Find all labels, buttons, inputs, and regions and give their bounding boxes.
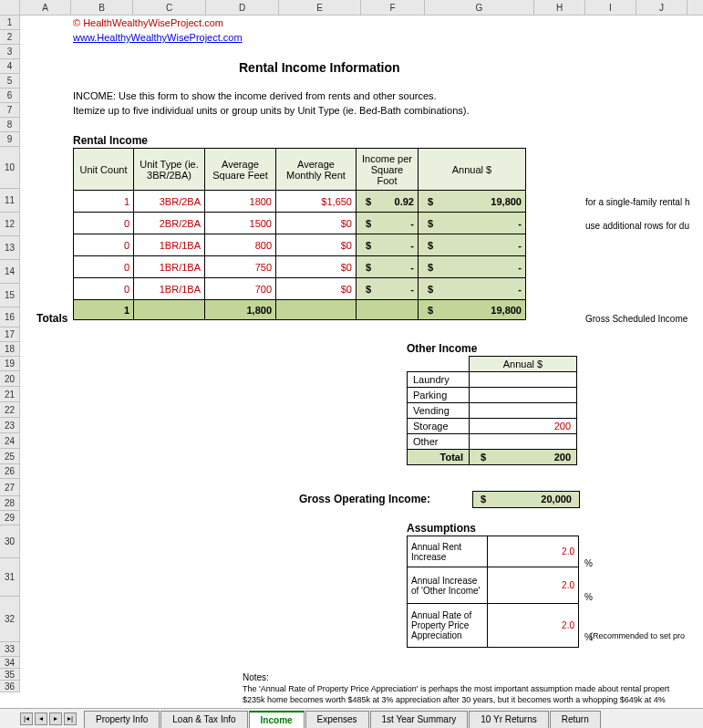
sqft-cell[interactable]: 1500 xyxy=(205,213,276,234)
row-header-11[interactable]: 11 xyxy=(0,189,20,213)
other-label: Parking xyxy=(408,388,470,403)
column-header-A[interactable]: A xyxy=(20,0,71,15)
row-header-21[interactable]: 21 xyxy=(0,387,20,402)
row-header-7[interactable]: 7 xyxy=(0,103,20,118)
column-header-J[interactable]: J xyxy=(636,0,687,15)
other-val-cell[interactable] xyxy=(470,388,577,403)
row-header-23[interactable]: 23 xyxy=(0,418,20,433)
column-header-G[interactable]: G xyxy=(425,0,534,15)
row-header-27[interactable]: 27 xyxy=(0,479,20,496)
row-header-13[interactable]: 13 xyxy=(0,236,20,260)
totals-count: 1 xyxy=(74,300,134,320)
assump-val-cell[interactable]: 2.0 xyxy=(488,567,579,604)
unit-type-cell[interactable]: 2BR/2BA xyxy=(134,213,205,234)
unit-count-cell[interactable]: 0 xyxy=(74,256,134,278)
tab-property-info[interactable]: Property Info xyxy=(84,711,160,728)
row-header-2[interactable]: 2 xyxy=(0,30,20,45)
column-header-D[interactable]: D xyxy=(206,0,279,15)
column-header-E[interactable]: E xyxy=(279,0,361,15)
unit-count-cell[interactable]: 0 xyxy=(74,278,134,300)
row-header-17[interactable]: 17 xyxy=(0,328,20,342)
rental-row-note: use additional rows for du xyxy=(585,221,689,231)
row-header-20[interactable]: 20 xyxy=(0,371,20,387)
row-header-19[interactable]: 19 xyxy=(0,357,20,371)
row-header-33[interactable]: 33 xyxy=(0,642,20,657)
unit-type-cell[interactable]: 1BR/1BA xyxy=(134,234,205,256)
row-header-36[interactable]: 36 xyxy=(0,681,20,692)
unit-type-cell[interactable]: 1BR/1BA xyxy=(134,256,205,278)
unit-count-cell[interactable]: 1 xyxy=(74,191,134,213)
other-val-cell[interactable] xyxy=(470,403,577,419)
assump-val-cell[interactable]: 2.0 xyxy=(488,536,579,567)
row-header-22[interactable]: 22 xyxy=(0,402,20,418)
other-income-header: Other Income xyxy=(407,342,477,355)
sqft-cell[interactable]: 700 xyxy=(205,278,276,300)
row-header-26[interactable]: 26 xyxy=(0,464,20,479)
tab-10-yr-returns[interactable]: 10 Yr Returns xyxy=(469,711,549,728)
row-header-16[interactable]: 16 xyxy=(0,307,20,328)
unit-type-cell[interactable]: 1BR/1BA xyxy=(134,278,205,300)
rent-cell[interactable]: $1,650 xyxy=(276,191,357,213)
row-header-9[interactable]: 9 xyxy=(0,132,20,147)
rental-row: 01BR/1BA750$0$-$- xyxy=(74,256,526,278)
rental-col-5: Annual $ xyxy=(419,149,526,191)
sqft-cell[interactable]: 750 xyxy=(205,256,276,278)
rental-income-table: Unit CountUnit Type (ie. 3BR/2BA)Average… xyxy=(73,148,526,320)
tab-next-icon[interactable]: ▸ xyxy=(49,712,62,725)
row-header-32[interactable]: 32 xyxy=(0,597,20,642)
row-header-6[interactable]: 6 xyxy=(0,88,20,103)
rent-cell[interactable]: $0 xyxy=(276,278,357,300)
column-header-H[interactable]: H xyxy=(534,0,585,15)
row-header-25[interactable]: 25 xyxy=(0,449,20,464)
rent-cell[interactable]: $0 xyxy=(276,213,357,234)
column-header-F[interactable]: F xyxy=(361,0,425,15)
other-val-cell[interactable] xyxy=(470,372,577,388)
row-header-29[interactable]: 29 xyxy=(0,511,20,525)
unit-count-cell[interactable]: 0 xyxy=(74,213,134,234)
row-header-30[interactable]: 30 xyxy=(0,525,20,558)
other-val-cell[interactable] xyxy=(470,434,577,450)
row-header-35[interactable]: 35 xyxy=(0,669,20,681)
other-label: Vending xyxy=(408,403,470,419)
website-link[interactable]: www.HealthyWealthyWiseProject.com xyxy=(73,32,243,43)
rental-row: 01BR/1BA700$0$-$- xyxy=(74,278,526,300)
tab-loan-tax-info[interactable]: Loan & Tax Info xyxy=(160,711,247,728)
row-header-28[interactable]: 28 xyxy=(0,496,20,511)
sqft-cell[interactable]: 1800 xyxy=(205,191,276,213)
tab-income[interactable]: Income xyxy=(249,711,305,728)
totals-sqft: 1,800 xyxy=(205,300,276,320)
gross-operating-income-label: Gross Operating Income: xyxy=(299,493,430,505)
column-header-I[interactable]: I xyxy=(585,0,636,15)
tab-prev-icon[interactable]: ◂ xyxy=(35,712,47,725)
row-header-18[interactable]: 18 xyxy=(0,342,20,357)
tab-first-icon[interactable]: |◂ xyxy=(20,712,33,725)
tab-last-icon[interactable]: ▸| xyxy=(64,712,77,725)
row-header-10[interactable]: 10 xyxy=(0,147,20,189)
other-income-table: Annual $LaundryParkingVendingStorage200O… xyxy=(407,356,577,465)
column-header-C[interactable]: C xyxy=(133,0,206,15)
sqft-cell[interactable]: 800 xyxy=(205,234,276,256)
unit-type-cell[interactable]: 3BR/2BA xyxy=(134,191,205,213)
row-header-4[interactable]: 4 xyxy=(0,59,20,74)
row-header-12[interactable]: 12 xyxy=(0,213,20,236)
row-header-31[interactable]: 31 xyxy=(0,558,20,597)
tab-expenses[interactable]: Expenses xyxy=(305,711,369,728)
row-header-14[interactable]: 14 xyxy=(0,260,20,284)
row-header-1[interactable]: 1 xyxy=(0,16,20,30)
column-header-B[interactable]: B xyxy=(71,0,133,15)
row-header-34[interactable]: 34 xyxy=(0,657,20,669)
row-header-5[interactable]: 5 xyxy=(0,74,20,88)
tab-1st-year-summary[interactable]: 1st Year Summary xyxy=(370,711,469,728)
assump-val-cell[interactable]: 2.0 xyxy=(488,604,579,648)
unit-count-cell[interactable]: 0 xyxy=(74,234,134,256)
rent-cell[interactable]: $0 xyxy=(276,256,357,278)
tab-return[interactable]: Return xyxy=(550,711,601,728)
row-header-24[interactable]: 24 xyxy=(0,433,20,449)
percent-symbol: % xyxy=(584,558,593,568)
row-header-15[interactable]: 15 xyxy=(0,284,20,307)
sheet-tabs: |◂ ◂ ▸ ▸| Property InfoLoan & Tax InfoIn… xyxy=(0,708,703,728)
row-header-3[interactable]: 3 xyxy=(0,45,20,59)
row-header-8[interactable]: 8 xyxy=(0,118,20,132)
rent-cell[interactable]: $0 xyxy=(276,234,357,256)
other-val-cell[interactable]: 200 xyxy=(470,419,577,434)
